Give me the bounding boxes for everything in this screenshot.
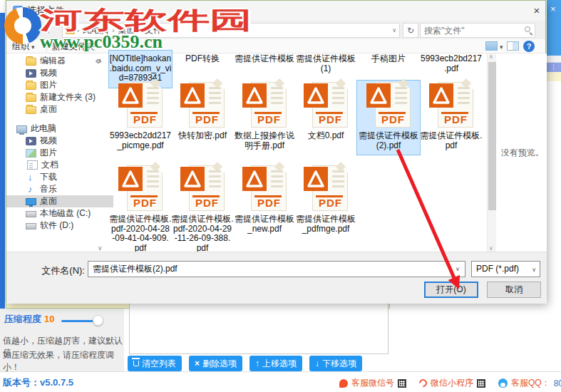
preview-pane-icon[interactable]	[507, 41, 519, 51]
file-item[interactable]: 需提供证件模板	[233, 51, 296, 68]
file-item[interactable]: PDF需提供证件模板_pdfmge.pdf	[294, 164, 357, 238]
pdf-file-icon: PDF	[180, 165, 225, 212]
file-item[interactable]: PDF5993ecb2dd217_picmge.pdf	[109, 81, 172, 155]
pdf-text-line	[147, 87, 159, 89]
view-dropdown-icon[interactable]: ▾	[500, 43, 503, 51]
close-button[interactable]: ×	[528, 3, 545, 19]
file-item[interactable]: PDF需提供证件模板.pdf-2020-04-29-11-26-09-388.p…	[171, 164, 234, 257]
delete-button[interactable]: ×删除选项	[189, 356, 242, 371]
file-item[interactable]: PDF需提供证件模板_new.pdf	[233, 164, 296, 238]
trash-button[interactable]: 清空列表	[128, 356, 182, 371]
pdf-file-icon: PDF	[242, 82, 287, 129]
file-item[interactable]: 手稿图片	[357, 51, 420, 68]
file-item[interactable]: PDF需提供证件模板.pdf-2020-04-28-09-41-04-909.p…	[109, 164, 172, 257]
file-name-line: 数据上报操作说	[233, 131, 296, 141]
wechat-label[interactable]: 客服微信号	[351, 377, 394, 389]
search-icon[interactable]	[525, 26, 530, 32]
pdf-file-icon: PDF	[242, 165, 287, 212]
pdf-logo-text: PDF	[438, 113, 473, 125]
qq-number: 800180176	[554, 378, 561, 388]
file-name-line: 快转加密.pdf	[171, 131, 234, 141]
pdf-file-icon: PDF	[429, 82, 473, 129]
scroll-down-icon[interactable]: ∨	[489, 245, 493, 252]
filename-dropdown-icon[interactable]: ∨	[456, 266, 460, 272]
pdf-text-line	[458, 92, 470, 94]
wechat-qr-icon[interactable]	[398, 379, 406, 388]
pdf-text-line	[395, 97, 407, 99]
filetype-select[interactable]: PDF (*.pdf)∨	[471, 261, 540, 277]
action-button-label: 删除选项	[202, 358, 237, 370]
file-name-line: 需提供证件模板	[294, 215, 357, 225]
pdf-text-line	[209, 175, 221, 177]
file-name-line: 5993ecb2dd217	[109, 131, 172, 141]
move-up-button[interactable]: ↑上移选项	[249, 356, 302, 371]
adobe-triangle-icon	[304, 167, 328, 191]
pdf-text-line	[209, 87, 221, 89]
file-name: 文档0.pdf	[294, 131, 357, 141]
pdf-text-line	[147, 170, 159, 172]
action-button-label: 下移选项	[322, 358, 356, 370]
pdf-text-line	[147, 185, 159, 187]
pdf-text-line	[395, 102, 407, 104]
background-close-icon[interactable]: ×	[550, 4, 556, 14]
file-name-line: 需提供证件模板.	[171, 215, 234, 225]
adobe-triangle-icon	[180, 167, 205, 191]
adobe-triangle-icon	[118, 83, 143, 108]
pdf-text-line	[332, 185, 344, 187]
file-list-scrollbar[interactable]: ∧ ∨	[487, 53, 496, 252]
link-icon	[418, 378, 429, 389]
pdf-logo-text: PDF	[252, 197, 287, 209]
open-button[interactable]: 打开(O)	[424, 282, 478, 298]
pdf-file-icon: PDF	[180, 82, 225, 129]
file-item[interactable]: PDF文档0.pdf	[294, 81, 357, 145]
miniprogram-qr-icon[interactable]	[477, 379, 485, 388]
scrollbar-thumb[interactable]	[488, 62, 496, 210]
file-item[interactable]: PDF数据上报操作说明手册.pdf	[233, 81, 296, 155]
file-item[interactable]: 5993ecb2bd217.pdf	[420, 51, 483, 78]
pdf-text-line	[458, 97, 470, 99]
pdf-file-icon: PDF	[366, 82, 411, 129]
pdf-text-line	[332, 87, 344, 89]
action-button-label: 上移选项	[262, 358, 297, 370]
file-item[interactable]: PDF快转加密.pdf	[171, 81, 234, 145]
file-name-line: .baidu.com_v_vi	[109, 64, 172, 74]
adobe-triangle-icon	[118, 167, 143, 191]
miniprogram-label[interactable]: 微信小程序	[431, 377, 473, 389]
filename-label: 文件名(N):	[26, 264, 85, 277]
pdf-text-line	[271, 185, 283, 187]
pdf-text-line	[147, 102, 159, 104]
help-icon[interactable]: ?	[523, 41, 535, 52]
version-text: 版本号：v5.0.7.5	[3, 376, 73, 389]
cancel-button[interactable]: 取消	[487, 282, 541, 298]
file-name: 快转加密.pdf	[171, 131, 234, 141]
compression-hint-2: 如压缩无效果，请压缩程度调小！	[3, 349, 124, 373]
move-down-button[interactable]: ↓下移选项	[309, 356, 362, 371]
file-item[interactable]: PDF需提供证件模板.pdf	[420, 81, 483, 155]
file-item[interactable]: 需提供证件模板(1)	[294, 51, 357, 78]
filename-input[interactable]	[88, 261, 465, 277]
file-item[interactable]: PDF转换	[171, 51, 234, 68]
file-name-line: _pdfmge.pdf	[294, 225, 357, 234]
file-name-line: [NOTitle]haokan	[109, 54, 172, 64]
file-name: 5993ecb2bd217.pdf	[420, 54, 483, 73]
compression-row: 压缩程度10	[4, 313, 54, 326]
file-queue-panel	[129, 303, 388, 354]
file-name-line: PDF转换	[171, 54, 234, 64]
file-name: 需提供证件模板.pdf	[420, 131, 483, 150]
file-name: 需提供证件模板.pdf-2020-04-29-11-26-09-388.pdf	[171, 215, 234, 253]
action-button-label: 清空列表	[142, 358, 176, 370]
file-item[interactable]: PDF需提供证件模板(2).pdf	[357, 81, 420, 155]
compression-slider-handle[interactable]	[93, 315, 103, 326]
pdf-text-line	[332, 170, 344, 172]
adobe-triangle-icon	[180, 83, 205, 108]
pdf-text-line	[271, 97, 283, 99]
pdf-file-icon: PDF	[304, 82, 348, 129]
preview-pane: 没有预览。	[500, 53, 545, 252]
compression-label: 压缩程度	[4, 314, 41, 324]
file-name-line: 需提供证件模板.	[420, 131, 483, 141]
background-app-left-edge	[0, 13, 5, 333]
pdf-file-icon: PDF	[304, 165, 348, 212]
file-name: 数据上报操作说明手册.pdf	[233, 131, 296, 150]
scroll-up-icon[interactable]: ∧	[489, 53, 493, 60]
pdf-text-line	[209, 92, 221, 94]
